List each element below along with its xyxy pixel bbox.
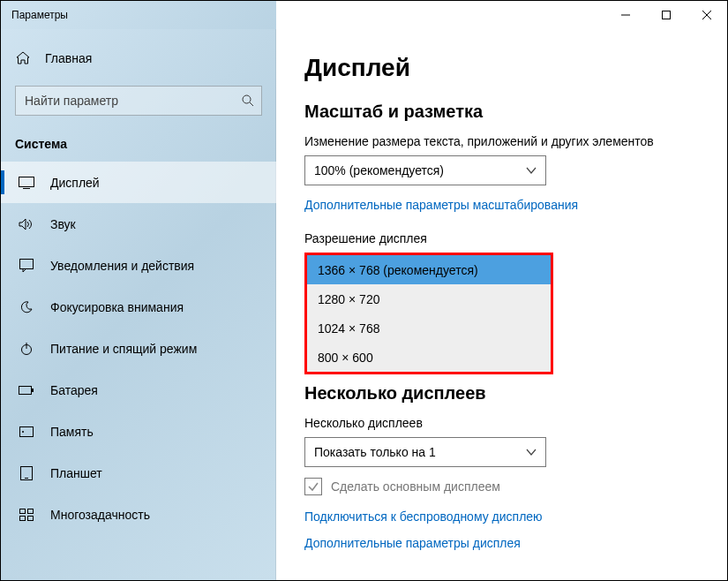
sidebar-item-tablet[interactable]: Планшет xyxy=(1,452,276,494)
display-icon xyxy=(19,175,34,191)
sidebar-item-power[interactable]: Питание и спящий режим xyxy=(1,328,276,369)
search-input[interactable] xyxy=(15,86,262,116)
page-title: Дисплей xyxy=(304,54,701,82)
wireless-display-link[interactable]: Подключиться к беспроводному дисплею xyxy=(304,509,701,524)
multi-heading: Несколько дисплеев xyxy=(304,383,701,404)
sidebar-item-label: Дисплей xyxy=(50,176,100,190)
sound-icon xyxy=(19,216,34,232)
svg-line-5 xyxy=(250,102,253,106)
sidebar-item-notifications[interactable]: Уведомления и действия xyxy=(1,245,276,286)
advanced-scale-link[interactable]: Дополнительные параметры масштабирования xyxy=(304,198,701,212)
scale-label: Изменение размера текста, приложений и д… xyxy=(304,134,701,148)
svg-rect-20 xyxy=(28,516,34,520)
scale-select-value: 100% (рекомендуется) xyxy=(314,163,444,177)
sidebar-item-label: Уведомления и действия xyxy=(50,259,194,273)
section-title: Система xyxy=(1,132,276,162)
sidebar-item-label: Память xyxy=(50,425,94,439)
resolution-option[interactable]: 1024 × 768 xyxy=(307,313,551,343)
notifications-icon xyxy=(19,258,34,274)
sidebar-nav: Дисплей Звук Уведомления и действия xyxy=(1,162,276,535)
maximize-button[interactable] xyxy=(646,1,687,29)
scale-select[interactable]: 100% (рекомендуется) xyxy=(304,155,546,185)
sidebar-item-storage[interactable]: Память xyxy=(1,411,276,452)
svg-rect-12 xyxy=(32,389,34,392)
svg-rect-6 xyxy=(19,177,34,186)
sidebar-item-label: Многозадачность xyxy=(50,508,150,522)
svg-rect-8 xyxy=(20,259,34,268)
make-primary-checkbox: Сделать основным дисплеем xyxy=(304,478,701,495)
search-icon xyxy=(241,94,255,108)
sidebar-item-multitask[interactable]: Многозадачность xyxy=(1,494,276,535)
home-icon xyxy=(15,50,31,66)
close-button[interactable] xyxy=(687,1,727,29)
main-content: Дисплей Масштаб и разметка Изменение раз… xyxy=(276,29,727,580)
multi-select-value: Показать только на 1 xyxy=(314,445,436,459)
resolution-option[interactable]: 1366 × 768 (рекомендуется) xyxy=(307,255,551,284)
sidebar-item-display[interactable]: Дисплей xyxy=(1,162,276,203)
sidebar-item-label: Фокусировка внимания xyxy=(50,300,184,314)
make-primary-label: Сделать основным дисплеем xyxy=(331,479,500,494)
sidebar-item-label: Батарея xyxy=(50,383,98,397)
sidebar-item-focus[interactable]: Фокусировка внимания xyxy=(1,286,276,328)
sidebar-item-sound[interactable]: Звук xyxy=(1,203,276,245)
svg-rect-18 xyxy=(28,509,34,513)
resolution-dropdown-open[interactable]: 1366 × 768 (рекомендуется) 1280 × 720 10… xyxy=(304,253,553,374)
svg-rect-17 xyxy=(20,509,26,513)
chevron-down-icon xyxy=(526,165,537,176)
resolution-option[interactable]: 1280 × 720 xyxy=(307,284,551,313)
window-title: Параметры xyxy=(11,9,68,21)
home-label: Главная xyxy=(45,51,92,65)
svg-rect-19 xyxy=(20,516,26,520)
sidebar-item-label: Питание и спящий режим xyxy=(50,342,197,356)
focus-icon xyxy=(19,299,34,315)
chevron-down-icon xyxy=(526,447,537,457)
sidebar-item-label: Звук xyxy=(50,217,76,231)
battery-icon xyxy=(19,382,34,398)
multi-label: Несколько дисплеев xyxy=(304,416,701,430)
multi-select[interactable]: Показать только на 1 xyxy=(304,437,546,467)
svg-rect-13 xyxy=(20,426,34,436)
home-nav[interactable]: Главная xyxy=(1,45,276,72)
sidebar-item-label: Планшет xyxy=(50,466,102,480)
titlebar: Параметры xyxy=(1,1,727,29)
sidebar-item-battery[interactable]: Батарея xyxy=(1,369,276,411)
power-icon xyxy=(19,341,34,357)
tablet-icon xyxy=(19,465,34,481)
checkbox-icon xyxy=(304,478,322,495)
storage-icon xyxy=(19,424,34,440)
resolution-option[interactable]: 800 × 600 xyxy=(307,343,551,372)
multitask-icon xyxy=(19,507,34,523)
minimize-button[interactable] xyxy=(605,1,646,29)
svg-rect-1 xyxy=(663,11,671,19)
svg-point-4 xyxy=(243,95,251,103)
window-controls xyxy=(605,1,727,29)
sidebar: Главная Система Дисплей xyxy=(1,29,276,580)
svg-point-14 xyxy=(22,431,24,433)
advanced-display-link[interactable]: Дополнительные параметры дисплея xyxy=(304,536,701,550)
scale-heading: Масштаб и разметка xyxy=(304,102,701,122)
svg-rect-11 xyxy=(19,386,32,394)
resolution-label: Разрешение дисплея xyxy=(304,231,701,245)
